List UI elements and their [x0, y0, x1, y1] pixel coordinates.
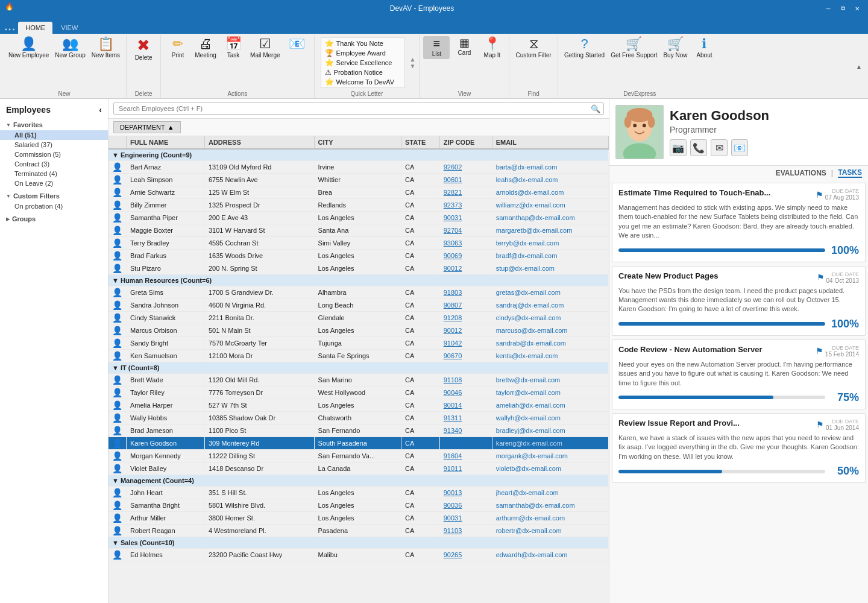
table-row[interactable]: 👤 Karen Goodson 309 Monterey Rd South Pa… — [108, 437, 609, 450]
zip-link[interactable]: 91042 — [444, 339, 462, 347]
th-email[interactable]: EMAIL — [492, 136, 608, 149]
zip-link[interactable]: 92373 — [444, 201, 462, 209]
edit-button[interactable]: ✏ Print — [165, 36, 191, 60]
table-row[interactable]: 👤 Marcus Orbison 501 N Main St Los Angel… — [108, 324, 609, 337]
email-link[interactable]: gretas@dx-email.com — [496, 289, 561, 296]
email-link[interactable]: cindys@dx-email.com — [496, 314, 561, 321]
th-city[interactable]: CITY — [314, 136, 401, 149]
zip-link[interactable]: 92602 — [444, 163, 462, 171]
zip-link[interactable]: 90014 — [444, 402, 462, 409]
zip-link[interactable]: 91311 — [444, 414, 462, 421]
zip-link[interactable]: 90601 — [444, 176, 462, 183]
table-row[interactable]: 👤 Brad Jameson 1100 Pico St San Fernando… — [108, 425, 609, 437]
email-link[interactable]: samanthab@dx-email.com — [496, 502, 575, 509]
table-row[interactable]: 👤 Bart Arnaz 13109 Old Myford Rd Irvine … — [108, 161, 609, 174]
email-link[interactable]: wallyh@dx-email.com — [496, 414, 561, 421]
meeting-button[interactable]: 📅 Task — [220, 36, 247, 60]
th-zipcode[interactable]: ZIP CODE — [439, 136, 492, 149]
email-link[interactable]: brettw@dx-email.com — [496, 376, 561, 384]
zip-link[interactable]: 91208 — [444, 314, 462, 321]
zip-link[interactable]: 91103 — [444, 527, 462, 534]
close-btn[interactable]: ✕ — [851, 4, 863, 13]
table-row[interactable]: 👤 Billy Zimmer 1325 Prospect Dr Redlands… — [108, 199, 609, 212]
zip-link[interactable]: 90036 — [444, 502, 462, 509]
list-view-button[interactable]: ≡ List — [423, 36, 450, 59]
ql-service-excellence[interactable]: ⭐ Service Excellence — [325, 58, 401, 67]
zip-link[interactable]: 91803 — [444, 289, 462, 296]
email-link[interactable]: bradf@dx-email.com — [496, 252, 558, 259]
email-link[interactable]: kents@dx-email.com — [496, 352, 558, 359]
ql-welcome[interactable]: ⭐ Welcome To DevAV — [325, 78, 401, 86]
profile-action-email[interactable]: 📧 — [731, 139, 748, 156]
zip-link[interactable]: 91604 — [444, 452, 462, 459]
table-row[interactable]: 👤 Wally Hobbs 10385 Shadow Oak Dr Chatsw… — [108, 412, 609, 425]
table-row[interactable]: 👤 Ed Holmes 23200 Pacific Coast Hwy Mali… — [108, 549, 609, 561]
sidebar-item-commission[interactable]: Commission (5) — [0, 150, 108, 159]
table-row[interactable]: 👤 Sandy Bright 7570 McGroarty Ter Tujung… — [108, 337, 609, 350]
email-link[interactable]: sandrab@dx-email.com — [496, 339, 566, 347]
email-link[interactable]: taylorr@dx-email.com — [496, 389, 561, 396]
email-link[interactable]: barta@dx-email.com — [496, 163, 558, 171]
task-button[interactable]: ☑ Mail Merge — [248, 36, 282, 60]
email-link[interactable]: kareng@dx-email.com — [496, 440, 562, 447]
zip-link[interactable]: 91340 — [444, 427, 462, 434]
zip-link[interactable]: 90012 — [444, 327, 462, 334]
sidebar-item-contract[interactable]: Contract (3) — [0, 159, 108, 169]
table-row[interactable]: 👤 Leah Simpson 6755 Newlin Ave Whittier … — [108, 174, 609, 186]
profile-action-message[interactable]: ✉ — [711, 139, 728, 156]
map-it-button[interactable]: 📍 Map It — [479, 36, 505, 60]
email-link[interactable]: arthurm@dx-email.com — [496, 514, 565, 522]
sidebar-item-terminated[interactable]: Terminated (4) — [0, 169, 108, 178]
table-row[interactable]: 👤 Brad Farkus 1635 Woods Drive Los Angel… — [108, 250, 609, 262]
sidebar-collapse-btn[interactable]: ‹ — [99, 105, 102, 115]
email-link[interactable]: marcuso@dx-email.com — [496, 327, 568, 334]
table-row[interactable]: 👤 John Heart 351 S Hill St. Los Angeles … — [108, 487, 609, 499]
email-link[interactable]: edwardh@dx-email.com — [496, 551, 568, 558]
get-free-support-button[interactable]: 🛒 Get Free Support — [608, 36, 659, 60]
sidebar-favorites-header[interactable]: ▼ Favorites — [0, 119, 108, 130]
zip-link[interactable]: 93063 — [444, 239, 462, 247]
email-link[interactable]: margaretb@dx-email.com — [496, 227, 573, 234]
zip-link[interactable]: 90807 — [444, 302, 462, 309]
tab-home[interactable]: HOME — [18, 22, 52, 34]
profile-action-phone[interactable]: 📞 — [690, 139, 707, 156]
th-state[interactable]: STATE — [401, 136, 440, 149]
email-link[interactable]: samanthap@dx-email.com — [496, 214, 575, 221]
card-view-button[interactable]: ▦ Card — [451, 36, 477, 58]
table-row[interactable]: 👤 Stu Pizaro 200 N. Spring St Los Angele… — [108, 262, 609, 275]
table-row[interactable]: 👤 Taylor Riley 7776 Torreyson Dr West Ho… — [108, 387, 609, 399]
new-employee-button[interactable]: 👤 New Employee — [6, 36, 51, 60]
ribbon-collapse-btn[interactable]: ▲ — [852, 62, 866, 71]
ql-probation-notice[interactable]: ⚠ Probation Notice — [325, 68, 401, 77]
custom-filter-button[interactable]: ⧖ Custom Filter — [513, 36, 553, 60]
zip-link[interactable]: 90046 — [444, 389, 462, 396]
zip-link[interactable]: 90069 — [444, 252, 462, 259]
zip-link[interactable]: 91011 — [444, 465, 462, 472]
email-link[interactable]: arnolds@dx-email.com — [496, 189, 564, 196]
table-row[interactable]: 👤 Amelia Harper 527 W 7th St Los Angeles… — [108, 399, 609, 412]
getting-started-button[interactable]: ? Getting Started — [562, 36, 607, 60]
email-link[interactable]: morgank@dx-email.com — [496, 452, 568, 459]
zip-link[interactable]: 91030 — [444, 440, 462, 447]
sidebar-item-on-probation[interactable]: On probation (4) — [0, 201, 108, 211]
ql-employee-award[interactable]: 🏆 Employee Award — [325, 49, 401, 57]
email-link[interactable]: bradleyj@dx-email.com — [496, 427, 565, 434]
table-row[interactable]: 👤 Robert Reagan 4 Westmoreland Pl. Pasad… — [108, 525, 609, 537]
new-group-button[interactable]: 👥 New Group — [52, 36, 88, 60]
zip-link[interactable]: 92821 — [444, 189, 462, 196]
zip-link[interactable]: 92704 — [444, 227, 462, 234]
zip-link[interactable]: 90031 — [444, 214, 462, 221]
zip-link[interactable]: 90031 — [444, 514, 462, 522]
profile-action-camera[interactable]: 📷 — [670, 139, 687, 156]
tab-tasks[interactable]: TASKS — [838, 168, 862, 178]
tab-view[interactable]: VIEW — [54, 22, 85, 34]
sidebar-groups-header[interactable]: ▶ Groups — [0, 213, 108, 224]
table-row[interactable]: 👤 Brett Wade 1120 Old Mill Rd. San Marin… — [108, 374, 609, 387]
email-link[interactable]: ameliah@dx-email.com — [496, 402, 565, 409]
table-row[interactable]: 👤 Greta Sims 1700 S Grandview Dr. Alhamb… — [108, 286, 609, 299]
buy-now-button[interactable]: 🛒 Buy Now — [661, 36, 690, 60]
search-input[interactable] — [113, 103, 604, 115]
table-row[interactable]: 👤 Samantha Piper 200 E Ave 43 Los Angele… — [108, 212, 609, 224]
zip-link[interactable]: 90670 — [444, 352, 462, 359]
table-row[interactable]: 👤 Morgan Kennedy 11222 Dilling St San Fe… — [108, 450, 609, 463]
